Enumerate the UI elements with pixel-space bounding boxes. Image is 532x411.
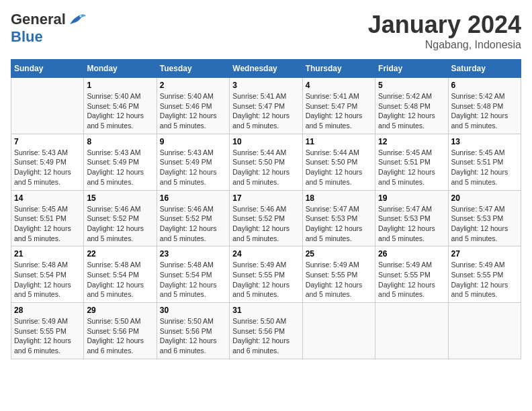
day-number: 20 bbox=[451, 193, 518, 203]
day-info: Sunrise: 5:43 AMSunset: 5:49 PMDaylight:… bbox=[87, 148, 153, 187]
day-number: 15 bbox=[87, 193, 153, 203]
day-number: 16 bbox=[160, 193, 226, 203]
day-info: Sunrise: 5:43 AMSunset: 5:49 PMDaylight:… bbox=[14, 148, 81, 187]
day-info: Sunrise: 5:40 AMSunset: 5:46 PMDaylight:… bbox=[160, 91, 226, 131]
calendar-cell: 26Sunrise: 5:49 AMSunset: 5:55 PMDayligh… bbox=[375, 246, 448, 303]
header-tuesday: Tuesday bbox=[157, 60, 229, 78]
day-number: 22 bbox=[87, 249, 153, 259]
day-number: 14 bbox=[14, 193, 81, 203]
day-number: 31 bbox=[232, 306, 299, 315]
day-info: Sunrise: 5:45 AMSunset: 5:51 PMDaylight:… bbox=[14, 204, 81, 244]
day-info: Sunrise: 5:50 AMSunset: 5:56 PMDaylight:… bbox=[160, 316, 226, 356]
calendar-cell bbox=[11, 78, 84, 134]
day-info: Sunrise: 5:45 AMSunset: 5:51 PMDaylight:… bbox=[451, 148, 518, 187]
month-title: January 2024 bbox=[368, 11, 521, 39]
day-number: 24 bbox=[232, 249, 299, 259]
calendar-cell: 19Sunrise: 5:47 AMSunset: 5:53 PMDayligh… bbox=[375, 190, 448, 246]
day-info: Sunrise: 5:47 AMSunset: 5:53 PMDaylight:… bbox=[306, 204, 372, 244]
day-number: 1 bbox=[87, 81, 153, 90]
header-monday: Monday bbox=[84, 60, 157, 78]
calendar-cell: 30Sunrise: 5:50 AMSunset: 5:56 PMDayligh… bbox=[157, 303, 229, 359]
day-info: Sunrise: 5:47 AMSunset: 5:53 PMDaylight:… bbox=[378, 204, 445, 244]
day-info: Sunrise: 5:40 AMSunset: 5:46 PMDaylight:… bbox=[87, 91, 153, 131]
calendar-cell: 21Sunrise: 5:48 AMSunset: 5:54 PMDayligh… bbox=[11, 246, 84, 303]
calendar-week-row: 28Sunrise: 5:49 AMSunset: 5:55 PMDayligh… bbox=[11, 303, 521, 359]
calendar-cell: 27Sunrise: 5:49 AMSunset: 5:55 PMDayligh… bbox=[448, 246, 521, 303]
calendar-cell: 29Sunrise: 5:50 AMSunset: 5:56 PMDayligh… bbox=[84, 303, 157, 359]
logo: General Blue bbox=[11, 11, 86, 46]
day-info: Sunrise: 5:46 AMSunset: 5:52 PMDaylight:… bbox=[160, 204, 226, 244]
day-info: Sunrise: 5:44 AMSunset: 5:50 PMDaylight:… bbox=[232, 148, 299, 187]
calendar-cell: 23Sunrise: 5:48 AMSunset: 5:54 PMDayligh… bbox=[157, 246, 229, 303]
calendar-week-row: 7Sunrise: 5:43 AMSunset: 5:49 PMDaylight… bbox=[11, 134, 521, 190]
day-info: Sunrise: 5:49 AMSunset: 5:55 PMDaylight:… bbox=[306, 260, 372, 300]
day-info: Sunrise: 5:46 AMSunset: 5:52 PMDaylight:… bbox=[87, 204, 153, 244]
calendar-cell: 25Sunrise: 5:49 AMSunset: 5:55 PMDayligh… bbox=[302, 246, 375, 303]
day-info: Sunrise: 5:49 AMSunset: 5:55 PMDaylight:… bbox=[378, 260, 445, 300]
day-number: 27 bbox=[451, 249, 518, 259]
day-info: Sunrise: 5:42 AMSunset: 5:48 PMDaylight:… bbox=[378, 91, 445, 131]
day-number: 13 bbox=[451, 137, 518, 146]
calendar-week-row: 21Sunrise: 5:48 AMSunset: 5:54 PMDayligh… bbox=[11, 246, 521, 303]
day-number: 29 bbox=[87, 306, 153, 315]
day-number: 5 bbox=[378, 81, 445, 90]
day-info: Sunrise: 5:48 AMSunset: 5:54 PMDaylight:… bbox=[14, 260, 81, 300]
calendar-cell: 12Sunrise: 5:45 AMSunset: 5:51 PMDayligh… bbox=[375, 134, 448, 190]
day-info: Sunrise: 5:45 AMSunset: 5:51 PMDaylight:… bbox=[378, 148, 445, 187]
calendar-cell: 6Sunrise: 5:42 AMSunset: 5:48 PMDaylight… bbox=[448, 78, 521, 134]
day-info: Sunrise: 5:42 AMSunset: 5:48 PMDaylight:… bbox=[451, 91, 518, 131]
calendar-cell: 24Sunrise: 5:49 AMSunset: 5:55 PMDayligh… bbox=[230, 246, 302, 303]
day-info: Sunrise: 5:50 AMSunset: 5:56 PMDaylight:… bbox=[87, 316, 153, 356]
day-number: 2 bbox=[160, 81, 226, 90]
calendar-cell: 28Sunrise: 5:49 AMSunset: 5:55 PMDayligh… bbox=[11, 303, 84, 359]
header-thursday: Thursday bbox=[302, 60, 375, 78]
day-number: 8 bbox=[87, 137, 153, 146]
day-number: 21 bbox=[14, 249, 81, 259]
day-info: Sunrise: 5:46 AMSunset: 5:52 PMDaylight:… bbox=[232, 204, 299, 244]
calendar-cell: 11Sunrise: 5:44 AMSunset: 5:50 PMDayligh… bbox=[302, 134, 375, 190]
calendar-cell bbox=[375, 303, 448, 359]
calendar-week-row: 14Sunrise: 5:45 AMSunset: 5:51 PMDayligh… bbox=[11, 190, 521, 246]
day-info: Sunrise: 5:49 AMSunset: 5:55 PMDaylight:… bbox=[451, 260, 518, 300]
logo-blue-text: Blue bbox=[11, 28, 43, 46]
day-number: 9 bbox=[160, 137, 226, 146]
calendar-cell: 8Sunrise: 5:43 AMSunset: 5:49 PMDaylight… bbox=[84, 134, 157, 190]
calendar-cell: 7Sunrise: 5:43 AMSunset: 5:49 PMDaylight… bbox=[11, 134, 84, 190]
header-saturday: Saturday bbox=[448, 60, 521, 78]
day-number: 25 bbox=[306, 249, 372, 259]
calendar-cell bbox=[302, 303, 375, 359]
day-number: 18 bbox=[306, 193, 372, 203]
calendar-cell: 13Sunrise: 5:45 AMSunset: 5:51 PMDayligh… bbox=[448, 134, 521, 190]
day-info: Sunrise: 5:49 AMSunset: 5:55 PMDaylight:… bbox=[232, 260, 299, 300]
calendar-cell bbox=[448, 303, 521, 359]
day-info: Sunrise: 5:48 AMSunset: 5:54 PMDaylight:… bbox=[87, 260, 153, 300]
calendar-table: SundayMondayTuesdayWednesdayThursdayFrid… bbox=[11, 59, 521, 359]
calendar-cell: 4Sunrise: 5:41 AMSunset: 5:47 PMDaylight… bbox=[302, 78, 375, 134]
day-number: 19 bbox=[378, 193, 445, 203]
calendar-cell: 1Sunrise: 5:40 AMSunset: 5:46 PMDaylight… bbox=[84, 78, 157, 134]
day-number: 6 bbox=[451, 81, 518, 90]
day-info: Sunrise: 5:50 AMSunset: 5:56 PMDaylight:… bbox=[232, 316, 299, 356]
logo-general-text: General bbox=[11, 11, 66, 28]
day-number: 4 bbox=[306, 81, 372, 90]
header-friday: Friday bbox=[375, 60, 448, 78]
calendar-cell: 15Sunrise: 5:46 AMSunset: 5:52 PMDayligh… bbox=[84, 190, 157, 246]
day-number: 10 bbox=[232, 137, 299, 146]
day-info: Sunrise: 5:43 AMSunset: 5:49 PMDaylight:… bbox=[160, 148, 226, 187]
day-number: 17 bbox=[232, 193, 299, 203]
location-title: Ngabang, Indonesia bbox=[368, 39, 521, 51]
calendar-week-row: 1Sunrise: 5:40 AMSunset: 5:46 PMDaylight… bbox=[11, 78, 521, 134]
day-info: Sunrise: 5:47 AMSunset: 5:53 PMDaylight:… bbox=[451, 204, 518, 244]
calendar-cell: 22Sunrise: 5:48 AMSunset: 5:54 PMDayligh… bbox=[84, 246, 157, 303]
calendar-cell: 2Sunrise: 5:40 AMSunset: 5:46 PMDaylight… bbox=[157, 78, 229, 134]
day-info: Sunrise: 5:41 AMSunset: 5:47 PMDaylight:… bbox=[306, 91, 372, 131]
day-number: 3 bbox=[232, 81, 299, 90]
day-number: 12 bbox=[378, 137, 445, 146]
page-header: General Blue January 2024 Ngabang, Indon… bbox=[11, 11, 521, 51]
day-info: Sunrise: 5:41 AMSunset: 5:47 PMDaylight:… bbox=[232, 91, 299, 131]
calendar-cell: 10Sunrise: 5:44 AMSunset: 5:50 PMDayligh… bbox=[230, 134, 302, 190]
day-number: 26 bbox=[378, 249, 445, 259]
calendar-header-row: SundayMondayTuesdayWednesdayThursdayFrid… bbox=[11, 60, 521, 78]
calendar-cell: 17Sunrise: 5:46 AMSunset: 5:52 PMDayligh… bbox=[230, 190, 302, 246]
day-number: 28 bbox=[14, 306, 81, 315]
